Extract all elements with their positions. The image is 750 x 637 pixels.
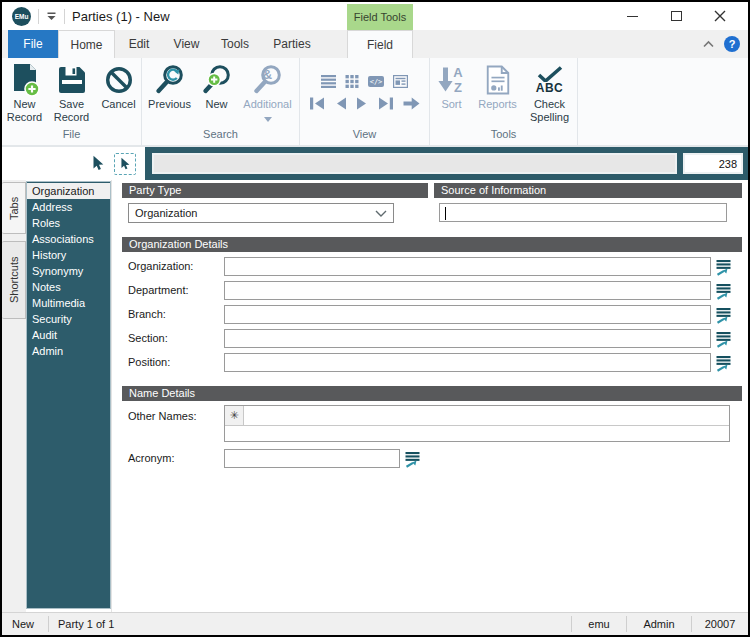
department-lookup-button[interactable]	[715, 282, 732, 300]
sidebar-item-synonymy[interactable]: Synonymy	[27, 263, 110, 279]
tab-field[interactable]: Field	[347, 30, 413, 58]
status-record-position: Party 1 of 1	[49, 613, 114, 635]
reports-button[interactable]: Reports	[473, 61, 523, 128]
app-icon-text: EMu	[15, 13, 29, 20]
strip-tab-tabs[interactable]: Tabs	[2, 182, 26, 234]
source-of-information-header: Source of Information	[434, 183, 742, 198]
party-type-dropdown[interactable]: Organization	[128, 203, 394, 223]
cancel-button[interactable]: Cancel	[96, 61, 141, 128]
sidebar-item-audit[interactable]: Audit	[27, 327, 110, 343]
sort-label: Sort	[441, 98, 461, 111]
last-record-icon[interactable]	[378, 97, 394, 112]
close-icon	[714, 10, 726, 22]
sidebar-item-security[interactable]: Security	[27, 311, 110, 327]
organization-lookup-button[interactable]	[715, 258, 732, 276]
other-names-grid[interactable]: ✳	[224, 405, 730, 442]
additional-search-label: Additional	[243, 98, 291, 111]
next-record-icon[interactable]	[356, 97, 369, 112]
marquee-select-button[interactable]	[114, 153, 136, 175]
lookup-list-icon	[716, 331, 731, 348]
organization-label: Organization:	[128, 257, 193, 276]
tab-row-right: ?	[703, 30, 748, 58]
tab-parties[interactable]: Parties	[260, 30, 324, 58]
ribbon-tab-row: File Home Edit View Tools Parties Field …	[2, 30, 748, 58]
sidebar-item-address[interactable]: Address	[27, 199, 110, 215]
cursor-arrow-icon	[92, 155, 105, 171]
ribbon: New Record Save Record Cancel File	[2, 58, 748, 147]
sidebar-item-associations[interactable]: Associations	[27, 231, 110, 247]
organization-details-header: Organization Details	[122, 237, 742, 252]
status-port: 20007	[692, 613, 748, 635]
grid-view-icon[interactable]	[345, 75, 359, 90]
reports-icon	[484, 61, 512, 98]
help-icon: ?	[729, 38, 736, 50]
tab-file[interactable]: File	[8, 30, 58, 58]
additional-dropdown-icon	[264, 112, 272, 124]
position-input[interactable]	[224, 353, 711, 372]
abc-glyph: ABC	[536, 83, 564, 94]
previous-record-icon[interactable]	[334, 97, 347, 112]
help-button[interactable]: ?	[724, 36, 740, 52]
strip-tab-shortcuts[interactable]: Shortcuts	[2, 241, 26, 319]
source-of-information-input[interactable]	[439, 203, 727, 222]
new-record-button[interactable]: New Record	[2, 61, 47, 128]
check-spelling-label: Check Spelling	[525, 98, 575, 124]
main-area: Tabs Shortcuts Organization Address Role…	[2, 180, 748, 612]
party-type-value: Organization	[135, 207, 197, 219]
titlebar-separator	[64, 9, 65, 24]
section-lookup-button[interactable]	[715, 330, 732, 348]
additional-search-button[interactable]: & Additional	[238, 61, 298, 128]
sidebar-item-history[interactable]: History	[27, 247, 110, 263]
new-search-button[interactable]: New	[198, 61, 236, 128]
ribbon-group-tools: AZ Sort Reports ABC Check Spelling	[430, 58, 578, 145]
acronym-lookup-button[interactable]	[404, 450, 421, 468]
select-cursor-button[interactable]	[92, 155, 105, 173]
save-record-label: Save Record	[49, 98, 94, 124]
previous-search-label: Previous	[148, 98, 191, 111]
section-input[interactable]	[224, 329, 711, 348]
sidebar-item-notes[interactable]: Notes	[27, 279, 110, 295]
ribbon-empty-area	[578, 58, 748, 145]
position-lookup-button[interactable]	[715, 354, 732, 372]
previous-search-button[interactable]: Previous	[144, 61, 196, 128]
group-label-tools: Tools	[430, 128, 577, 145]
sidebar-item-roles[interactable]: Roles	[27, 215, 110, 231]
branch-input[interactable]	[224, 305, 711, 324]
new-search-icon	[201, 61, 233, 98]
code-view-icon[interactable]: </>	[368, 75, 384, 90]
status-mode: New	[2, 613, 48, 635]
code-glyph: </>	[370, 78, 383, 86]
quick-access-dropdown-icon[interactable]	[46, 12, 57, 21]
department-input[interactable]	[224, 281, 711, 300]
list-view-icon[interactable]	[321, 75, 336, 90]
maximize-button[interactable]	[654, 2, 698, 30]
other-names-cell[interactable]	[244, 406, 729, 425]
tab-home[interactable]: Home	[58, 30, 115, 58]
sidebar-item-organization[interactable]: Organization	[27, 183, 110, 199]
tab-view[interactable]: View	[163, 30, 210, 58]
previous-search-icon	[154, 61, 186, 98]
sidebar-item-admin[interactable]: Admin	[27, 343, 110, 359]
acronym-input[interactable]	[224, 449, 400, 468]
save-record-button[interactable]: Save Record	[49, 61, 94, 128]
close-button[interactable]	[698, 2, 742, 30]
tab-tools[interactable]: Tools	[210, 30, 260, 58]
first-record-icon[interactable]	[309, 97, 325, 112]
organization-input[interactable]	[224, 257, 711, 276]
tab-edit[interactable]: Edit	[115, 30, 163, 58]
chevron-down-icon	[375, 210, 393, 217]
check-spelling-button[interactable]: ABC Check Spelling	[525, 61, 575, 128]
grid-add-row-button[interactable]: ✳	[225, 406, 244, 425]
collapse-ribbon-icon[interactable]	[703, 40, 714, 48]
page-view-icon[interactable]	[393, 75, 408, 90]
select-tools	[2, 147, 145, 180]
cancel-label: Cancel	[101, 98, 135, 111]
sidebar-item-multimedia[interactable]: Multimedia	[27, 295, 110, 311]
branch-lookup-button[interactable]	[715, 306, 732, 324]
lookup-list-icon	[716, 307, 731, 324]
sort-button[interactable]: AZ Sort	[433, 61, 471, 128]
title-bar: EMu Parties (1) - New Field Tools	[2, 2, 748, 30]
new-record-label: New Record	[2, 98, 47, 124]
minimize-button[interactable]	[610, 2, 654, 30]
goto-record-icon[interactable]	[403, 97, 420, 112]
